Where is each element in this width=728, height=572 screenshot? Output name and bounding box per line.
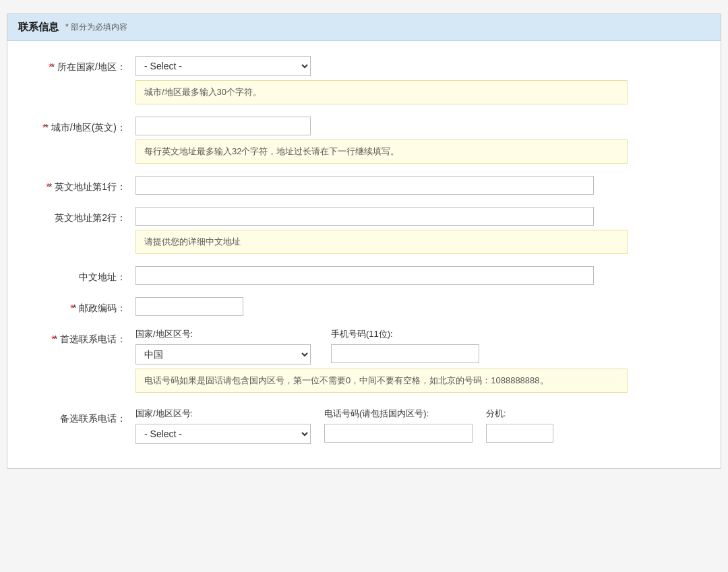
alt-ext-input[interactable] [486, 424, 553, 443]
section-header: 联系信息 * 部分为必填内容 [7, 14, 721, 41]
country-code-label: 国家/地区区号: [135, 328, 311, 340]
zip-input[interactable] [135, 297, 243, 316]
alt-ext-group: 分机: [486, 408, 553, 443]
address-hint: 每行英文地址最多输入32个字符，地址过长请在下一行继续填写。 [135, 139, 628, 164]
alt-ext-label: 分机: [486, 408, 553, 420]
form-body: ** 所在国家/地区： - Select - 城市/地区最多输入30个字符。 *… [7, 41, 721, 468]
mobile-input[interactable] [331, 344, 479, 363]
primary-phone-label: ** 首选联系电话： [28, 328, 135, 346]
chinese-address-input[interactable] [135, 266, 594, 285]
alt-phone-inner-row: 国家/地区区号: - Select - 电话号码(请包括国内区号): 分机: [135, 408, 700, 444]
alt-country-code-group: 国家/地区区号: - Select - [135, 408, 311, 444]
alt-phone-input[interactable] [324, 424, 473, 443]
city-label: ** 城市/地区(英文)： [28, 117, 135, 135]
primary-phone-row: ** 首选联系电话： 国家/地区区号: 中国 手机号码(11位): [28, 320, 700, 369]
address2-row: 英文地址第2行： [28, 199, 700, 230]
mobile-label: 手机号码(11位): [331, 328, 479, 340]
alt-country-code-select[interactable]: - Select - [135, 424, 311, 444]
phone-hint: 电话号码如果是固话请包含国内区号，第一位不需要0，中间不要有空格，如北京的号码：… [135, 369, 628, 393]
address1-row: ** 英文地址第1行： [28, 168, 700, 199]
alt-phone-num-label: 电话号码(请包括国内区号): [324, 408, 473, 420]
city-input[interactable] [135, 117, 311, 135]
primary-phone-field: 国家/地区区号: 中国 手机号码(11位): [135, 328, 700, 364]
primary-country-code-select[interactable]: 中国 [135, 344, 311, 364]
chinese-address-hint: 请提供您的详细中文地址 [135, 230, 628, 254]
primary-country-code-group: 国家/地区区号: 中国 [135, 328, 311, 364]
zip-label: ** 邮政编码： [28, 297, 135, 315]
address1-input[interactable] [135, 176, 594, 195]
country-select[interactable]: - Select - [135, 56, 311, 76]
phone-row: 国家/地区区号: 中国 手机号码(11位): [135, 328, 700, 364]
city-row: ** 城市/地区(英文)： [28, 108, 700, 139]
alt-phone-num-group: 电话号码(请包括国内区号): [324, 408, 473, 443]
country-row: ** 所在国家/地区： - Select - [28, 48, 700, 80]
chinese-address-row: 中文地址： [28, 258, 700, 289]
chinese-address-field [135, 266, 700, 285]
country-label: ** 所在国家/地区： [28, 56, 135, 74]
country-field: - Select - [135, 56, 700, 76]
alt-phone-field: 国家/地区区号: - Select - 电话号码(请包括国内区号): 分机: [135, 408, 700, 444]
required-note: * 部分为必填内容 [65, 22, 127, 33]
section-title: 联系信息 [18, 21, 59, 34]
alt-phone-row: 备选联系电话： 国家/地区区号: - Select - 电话号码(请包括国内区号… [28, 400, 700, 448]
zip-field [135, 297, 700, 316]
alt-country-code-label: 国家/地区区号: [135, 408, 311, 420]
alt-phone-label: 备选联系电话： [28, 408, 135, 426]
address2-field [135, 207, 700, 226]
zip-row: ** 邮政编码： [28, 289, 700, 320]
city-hint: 城市/地区最多输入30个字符。 [135, 80, 628, 104]
address1-label: ** 英文地址第1行： [28, 176, 135, 194]
city-field [135, 117, 700, 135]
address2-label: 英文地址第2行： [28, 207, 135, 225]
address1-field [135, 176, 700, 195]
chinese-address-label: 中文地址： [28, 266, 135, 284]
mobile-number-group: 手机号码(11位): [331, 328, 479, 363]
address2-input[interactable] [135, 207, 594, 226]
